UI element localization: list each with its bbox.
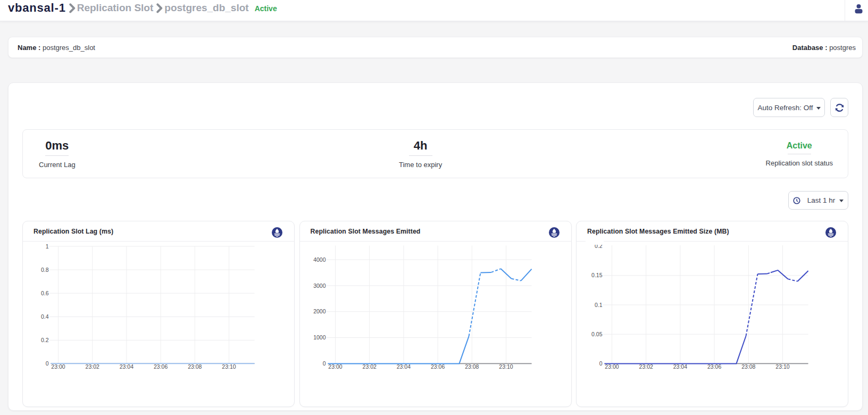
svg-text:0.4: 0.4 bbox=[41, 313, 49, 320]
svg-text:23:06: 23:06 bbox=[154, 363, 168, 370]
svg-text:0.1: 0.1 bbox=[595, 301, 603, 308]
svg-text:23:06: 23:06 bbox=[707, 363, 721, 370]
svg-text:0.05: 0.05 bbox=[591, 331, 603, 337]
svg-text:23:08: 23:08 bbox=[465, 363, 479, 370]
svg-text:0.6: 0.6 bbox=[41, 290, 49, 296]
svg-text:0: 0 bbox=[46, 360, 49, 367]
svg-text:2000: 2000 bbox=[313, 308, 326, 314]
svg-text:1: 1 bbox=[46, 243, 49, 249]
svg-text:4000: 4000 bbox=[313, 256, 326, 262]
svg-text:0.2: 0.2 bbox=[41, 337, 49, 343]
svg-text:23:04: 23:04 bbox=[120, 363, 133, 370]
svg-text:23:02: 23:02 bbox=[362, 363, 376, 370]
svg-text:23:10: 23:10 bbox=[222, 363, 236, 370]
svg-text:0: 0 bbox=[323, 360, 326, 367]
svg-text:0.8: 0.8 bbox=[41, 266, 49, 272]
svg-text:23:04: 23:04 bbox=[673, 363, 687, 370]
svg-text:23:04: 23:04 bbox=[397, 363, 411, 370]
svg-text:23:00: 23:00 bbox=[328, 363, 342, 370]
svg-text:23:08: 23:08 bbox=[188, 363, 202, 370]
svg-text:3000: 3000 bbox=[313, 282, 326, 288]
svg-text:1000: 1000 bbox=[313, 334, 326, 341]
svg-text:23:00: 23:00 bbox=[52, 363, 65, 370]
svg-text:0: 0 bbox=[599, 360, 603, 367]
svg-text:23:02: 23:02 bbox=[86, 363, 99, 370]
svg-text:23:06: 23:06 bbox=[431, 363, 445, 370]
svg-text:23:02: 23:02 bbox=[639, 363, 653, 370]
svg-text:0.15: 0.15 bbox=[591, 272, 603, 278]
svg-text:23:10: 23:10 bbox=[499, 363, 513, 370]
svg-text:23:08: 23:08 bbox=[742, 363, 756, 370]
svg-text:23:00: 23:00 bbox=[605, 363, 619, 370]
svg-text:23:10: 23:10 bbox=[776, 363, 790, 370]
